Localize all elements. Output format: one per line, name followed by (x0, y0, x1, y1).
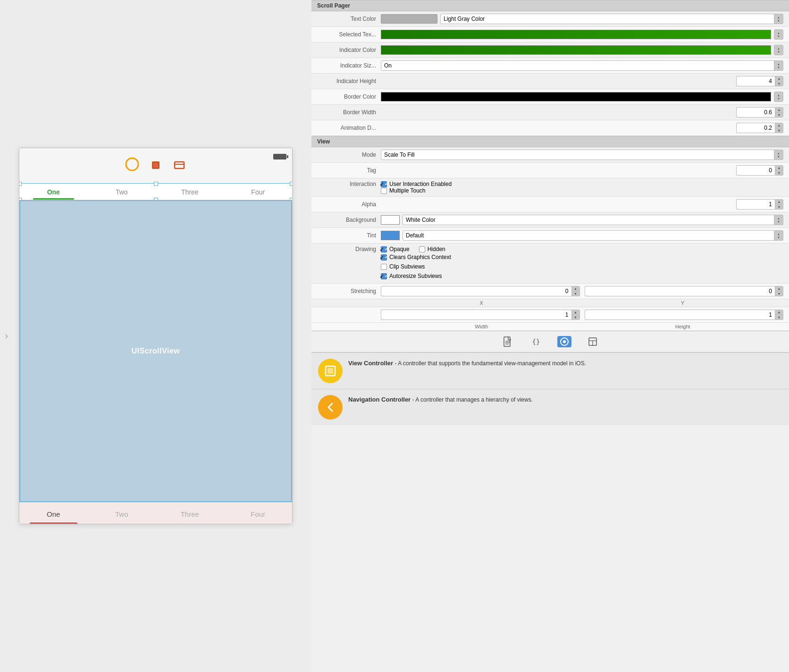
clears-graphics-checkbox[interactable]: ✓ Clears Graphics Context (381, 254, 451, 260)
animation-duration-input[interactable]: 0.2 (736, 123, 775, 133)
circle-toolbar-btn[interactable] (557, 336, 571, 347)
border-width-down[interactable]: ▼ (775, 113, 783, 118)
stretching-y-wrapper: 0 ▲ ▼ (585, 286, 784, 296)
interaction-label: Interaction (317, 181, 381, 187)
text-color-dropdown[interactable]: Light Gray Color (440, 14, 783, 24)
tab-four-top[interactable]: Four (224, 184, 293, 200)
handle-tl (19, 182, 22, 186)
stretching-w-stepper[interactable]: ▲ ▼ (571, 310, 580, 320)
mode-arrow[interactable]: ▲ ▼ (774, 150, 783, 160)
text-color-swatch[interactable] (381, 14, 437, 24)
selected-text-arrow[interactable]: ▲ ▼ (774, 29, 783, 40)
selected-text-color-bar[interactable] (381, 30, 771, 39)
sh-down[interactable]: ▼ (775, 315, 783, 320)
tab-bar-bottom[interactable]: One Two Three Four (19, 502, 292, 524)
sy-up[interactable]: ▲ (775, 286, 783, 292)
opaque-checkbox[interactable]: ✓ Opaque (381, 246, 410, 252)
alpha-down[interactable]: ▼ (775, 205, 783, 210)
clears-graphics-cb[interactable]: ✓ (381, 254, 387, 260)
tab-three-bottom[interactable]: Three (156, 503, 224, 524)
hidden-checkbox[interactable]: Hidden (419, 246, 445, 252)
user-interaction-cb[interactable]: ✓ (381, 181, 387, 187)
alpha-stepper[interactable]: ▲ ▼ (775, 199, 783, 210)
tab-two-bottom[interactable]: Two (88, 503, 156, 524)
indicator-height-stepper[interactable]: ▲ ▼ (775, 76, 783, 86)
braces-toolbar-btn[interactable]: {} (529, 336, 543, 347)
tag-stepper[interactable]: ▲ ▼ (775, 165, 783, 176)
tag-up[interactable]: ▲ (775, 166, 783, 171)
alpha-up[interactable]: ▲ (775, 200, 783, 205)
tab-three-top[interactable]: Three (156, 184, 224, 200)
stretching-y-input[interactable]: 0 (585, 286, 775, 296)
indicator-size-label: Indicator Siz... (317, 62, 381, 69)
view-controller-info: View Controller - A controller that supp… (311, 353, 789, 389)
stretching-h-input[interactable]: 1 (585, 310, 775, 320)
indicator-height-input[interactable]: 4 (736, 76, 775, 86)
arrow-up3: ▲ (777, 47, 780, 50)
tint-color-swatch[interactable] (381, 231, 400, 240)
sw-up[interactable]: ▲ (572, 310, 579, 315)
border-color-bar[interactable] (381, 92, 771, 101)
hidden-cb[interactable] (419, 246, 425, 252)
sx-down[interactable]: ▼ (572, 292, 579, 296)
file-toolbar-btn[interactable] (501, 336, 515, 347)
interaction-row: Interaction ✓ User Interaction Enabled M… (311, 178, 789, 197)
background-arrow[interactable]: ▲ ▼ (774, 215, 783, 225)
alpha-input[interactable]: 1 (736, 199, 775, 210)
tab-one-top[interactable]: One (19, 184, 88, 200)
indicator-color-bar[interactable] (381, 45, 771, 55)
text-color-select[interactable]: Light Gray Color ▲ ▼ (440, 14, 783, 24)
stepper-down[interactable]: ▼ (775, 82, 783, 86)
scroll-view-label: UIScrollView (132, 347, 180, 355)
tint-dropdown[interactable]: Default (403, 230, 783, 241)
multiple-touch-cb[interactable] (381, 188, 387, 194)
clip-subviews-checkbox[interactable]: Clip Subviews (381, 263, 425, 270)
opaque-cb[interactable]: ✓ (381, 246, 387, 252)
animation-duration-stepper[interactable]: ▲ ▼ (775, 123, 783, 133)
indicator-size-arrow[interactable]: ▲ ▼ (774, 60, 783, 71)
autoresize-checkbox[interactable]: ✓ Autoresize Subviews (381, 273, 442, 279)
border-width-up[interactable]: ▲ (775, 108, 783, 113)
clip-subviews-cb[interactable] (381, 264, 387, 270)
tag-input[interactable]: 0 (736, 165, 775, 176)
border-color-arrow[interactable]: ▲ ▼ (774, 92, 783, 102)
user-interaction-checkbox[interactable]: ✓ User Interaction Enabled (381, 181, 452, 187)
indicator-color-arrow[interactable]: ▲ ▼ (774, 45, 783, 55)
multiple-touch-checkbox[interactable]: Multiple Touch (381, 187, 426, 194)
mode-dropdown[interactable]: Scale To Fill (381, 150, 783, 160)
list-toolbar-btn[interactable] (586, 336, 600, 347)
bg-arrow-down: ▼ (777, 220, 780, 223)
animation-duration-down[interactable]: ▼ (775, 128, 783, 133)
sh-up[interactable]: ▲ (775, 310, 783, 315)
vc-description: - A controller that supports the fundame… (394, 360, 586, 367)
stretching-w-input[interactable]: 1 (381, 310, 571, 320)
border-width-input[interactable]: 0.6 (736, 107, 775, 118)
text-color-arrow[interactable]: ▲ ▼ (774, 14, 783, 24)
tint-arrow[interactable]: ▲ ▼ (774, 230, 783, 241)
tag-down[interactable]: ▼ (775, 171, 783, 176)
arrow-up4: ▲ (777, 63, 780, 66)
autoresize-cb[interactable]: ✓ (381, 273, 387, 279)
indicator-size-dropdown[interactable]: On (381, 60, 783, 71)
tint-value-text: Default (406, 232, 424, 239)
tint-value: Default ▲ ▼ (381, 230, 783, 241)
sx-up[interactable]: ▲ (572, 286, 579, 292)
tab-one-bottom[interactable]: One (19, 503, 88, 524)
tab-four-bottom[interactable]: Four (224, 503, 293, 524)
stretching-x-input[interactable]: 0 (381, 286, 571, 296)
stretching-x-stepper[interactable]: ▲ ▼ (571, 286, 580, 296)
arrow-up: ▲ (777, 16, 780, 19)
border-width-stepper[interactable]: ▲ ▼ (775, 107, 783, 118)
stepper-up[interactable]: ▲ (775, 76, 783, 82)
scroll-pager-header: Scroll Pager (311, 0, 789, 11)
animation-duration-up[interactable]: ▲ (775, 123, 783, 128)
stretching-y-stepper[interactable]: ▲ ▼ (775, 286, 783, 296)
sy-down[interactable]: ▼ (775, 292, 783, 296)
drawing-line1: Drawing ✓ Opaque Hidden (317, 246, 783, 252)
stretching-h-stepper[interactable]: ▲ ▼ (775, 310, 783, 320)
background-color-swatch[interactable] (381, 215, 400, 225)
tab-two-top[interactable]: Two (88, 184, 156, 200)
mode-arrow-up: ▲ (777, 152, 780, 155)
background-dropdown[interactable]: White Color (403, 215, 783, 225)
sw-down[interactable]: ▼ (572, 315, 579, 320)
